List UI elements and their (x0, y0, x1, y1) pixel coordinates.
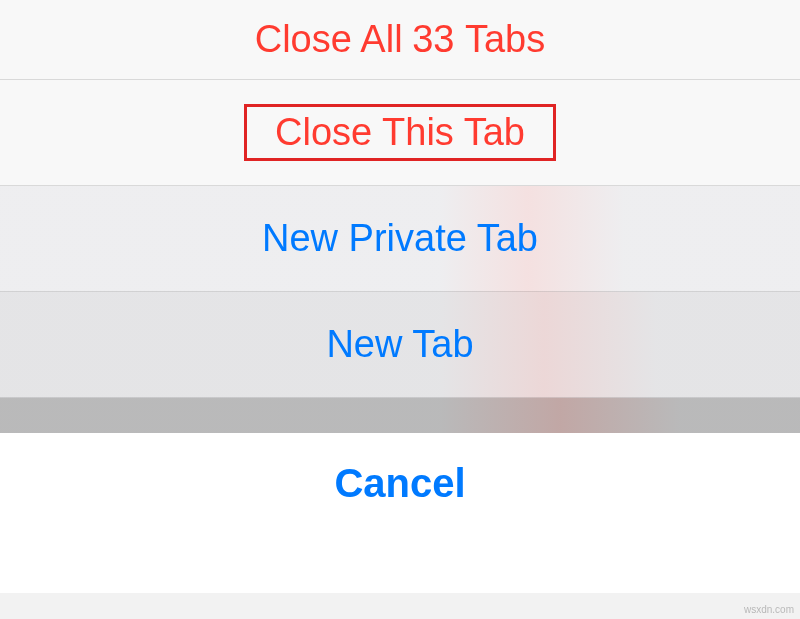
close-all-suffix: Tabs (465, 18, 545, 61)
new-private-tab-button[interactable]: New Private Tab (0, 186, 800, 292)
new-private-label: New Private Tab (262, 217, 538, 260)
sheet-separator (0, 398, 800, 433)
highlight-annotation: Close This Tab (244, 104, 556, 161)
close-all-tabs-button[interactable]: Close All 33 Tabs (0, 0, 800, 80)
watermark-text: wsxdn.com (744, 604, 794, 615)
new-tab-label: New Tab (326, 323, 473, 366)
new-tab-button[interactable]: New Tab (0, 292, 800, 398)
action-sheet: Close All 33 Tabs Close This Tab New Pri… (0, 0, 800, 593)
close-this-tab-button[interactable]: Close This Tab (0, 80, 800, 186)
cancel-label: Cancel (334, 461, 465, 506)
close-this-label: Close This Tab (275, 111, 525, 154)
close-all-prefix: Close All (255, 18, 403, 61)
cancel-button[interactable]: Cancel (0, 433, 800, 593)
close-all-count: 33 (412, 18, 454, 61)
